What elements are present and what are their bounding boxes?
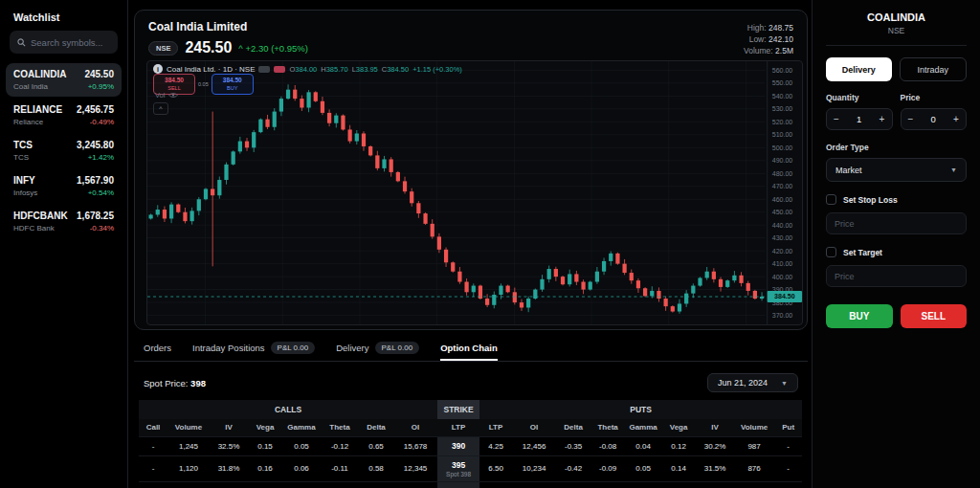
watchlist-item[interactable]: RELIANCE Reliance 2,456.75 -0.49%: [6, 99, 122, 132]
spot-note: Spot 398: [437, 471, 479, 477]
watchlist-item[interactable]: HDFCBANK HDFC Bank 1,678.25 -0.34%: [6, 205, 122, 238]
price-label: Price: [901, 93, 968, 102]
watchlist-change: -0.49%: [77, 118, 114, 126]
svg-text:410.00: 410.00: [772, 260, 793, 267]
order-type-select[interactable]: Market ▼: [826, 158, 967, 182]
option-chain-cell: -: [139, 455, 167, 481]
svg-text:460.00: 460.00: [772, 196, 793, 203]
option-chain-row[interactable]: -1,12031.8%0.160.06-0.110.5812,345395Spo…: [139, 455, 802, 481]
option-chain-cell: -: [774, 436, 802, 455]
option-chain-cell: -0.10: [590, 481, 625, 488]
option-chain-column-header: Volume: [167, 419, 210, 436]
quantity-value[interactable]: 1: [846, 114, 873, 124]
chevron-down-icon: ▼: [781, 380, 788, 387]
expiry-dropdown[interactable]: Jun 21, 2024 ▼: [707, 373, 798, 392]
bottom-tab[interactable]: Intraday Positions P&L 0.00: [192, 337, 315, 361]
search-icon: [17, 38, 26, 47]
chevron-down-icon: ▼: [950, 166, 957, 173]
order-symbol: COALINDIA: [826, 11, 967, 23]
option-chain-cell: -: [774, 455, 802, 481]
price-value[interactable]: 0: [921, 114, 947, 124]
svg-text:450.00: 450.00: [772, 209, 793, 215]
quantity-decrement-button[interactable]: −: [827, 114, 846, 124]
option-chain-column-header: LTP: [479, 419, 512, 436]
quantity-stepper: − 1 +: [826, 108, 893, 130]
strike-cell: 395Spot 398: [437, 455, 479, 481]
watchlist-change: +0.54%: [77, 189, 114, 197]
option-chain-cell: 0.05: [282, 436, 321, 455]
watchlist-item[interactable]: INFY Infosys 1,567.90 +0.54%: [6, 169, 122, 203]
watchlist-item[interactable]: TCS TCS 3,245.80 +1.42%: [6, 134, 122, 167]
search-box[interactable]: [10, 31, 118, 54]
bottom-tab[interactable]: Delivery P&L 0.00: [336, 337, 419, 361]
option-chain-cell: -0.52: [556, 481, 590, 488]
price-increment-button[interactable]: +: [947, 114, 966, 124]
svg-text:560.00: 560.00: [772, 67, 793, 74]
chevron-up-icon: ^: [159, 105, 162, 112]
buy-quote-button[interactable]: 384.50 BUY: [212, 74, 254, 95]
option-chain-column-header: Gamma: [282, 419, 321, 436]
low-value: 242.10: [768, 34, 793, 44]
strike-cell: 390: [437, 436, 479, 455]
volume-toggle[interactable]: Vol: [155, 91, 178, 100]
watchlist-change: +1.42%: [77, 153, 114, 162]
svg-text:490.00: 490.00: [772, 157, 793, 164]
price-change: ^ +2.30 (+0.95%): [238, 43, 308, 54]
tab-label: Intraday Positions: [192, 343, 265, 353]
watchlist-price: 2,456.75: [77, 104, 114, 115]
option-chain-cell: 0.16: [248, 455, 282, 481]
stop-loss-price-input[interactable]: [826, 212, 967, 234]
last-traded-price: 245.50: [185, 39, 232, 56]
tab-intraday[interactable]: Intraday: [900, 57, 968, 81]
option-chain-cell: 0.04: [625, 436, 661, 455]
quantity-increment-button[interactable]: +: [873, 114, 892, 124]
svg-text:470.00: 470.00: [772, 183, 793, 189]
target-price-input[interactable]: [826, 265, 967, 287]
stop-loss-checkbox[interactable]: [826, 194, 836, 205]
option-chain-table: CALLS STRIKE PUTS CallVolumeIVVegaGammaT…: [139, 400, 802, 488]
svg-text:510.00: 510.00: [772, 131, 793, 138]
calls-group-header: CALLS: [139, 400, 437, 419]
option-chain-cell: 30.2%: [696, 436, 734, 455]
collapse-button[interactable]: ^: [153, 102, 168, 115]
tab-label: Orders: [144, 343, 171, 353]
option-chain-cell: 987: [167, 481, 210, 488]
watchlist-change: +0.95%: [84, 82, 114, 91]
option-chain-cell: 6.50: [479, 455, 512, 481]
info-icon: i: [153, 64, 163, 74]
bottom-tab[interactable]: Orders: [144, 337, 171, 361]
pnl-badge: P&L 0.00: [271, 342, 316, 354]
tab-label: Option Chain: [440, 343, 498, 353]
price-decrement-button[interactable]: −: [902, 114, 921, 124]
option-chain-cell: -0.42: [556, 455, 590, 481]
sell-button[interactable]: SELL: [901, 304, 968, 328]
target-checkbox[interactable]: [826, 247, 836, 257]
svg-text:550.00: 550.00: [772, 79, 793, 86]
bottom-tab[interactable]: Option Chain: [440, 337, 498, 361]
option-chain-cell: 0.17: [248, 481, 282, 488]
option-chain-column-header: IV: [696, 419, 734, 436]
watchlist-company: HDFC Bank: [13, 224, 68, 233]
candle-style-icon[interactable]: [258, 66, 270, 73]
option-chain-cell: 876: [734, 455, 774, 481]
tab-delivery[interactable]: Delivery: [826, 57, 892, 81]
watchlist-item[interactable]: COALINDIA Coal India 245.50 +0.95%: [6, 63, 122, 97]
divider: [826, 45, 967, 46]
watchlist-company: Coal India: [13, 82, 67, 91]
search-input[interactable]: [31, 37, 107, 48]
option-chain-cell: -0.12: [321, 436, 359, 455]
order-type-label: Order Type: [826, 143, 967, 152]
svg-text:530.00: 530.00: [772, 105, 793, 112]
indicator-icon[interactable]: [274, 66, 285, 73]
option-chain-cell: 0.06: [625, 481, 661, 488]
option-chain-column-header: Delta: [359, 419, 393, 436]
price-chart[interactable]: 560.00550.00540.00530.00520.00510.00500.…: [146, 60, 803, 325]
watchlist-price: 245.50: [84, 69, 114, 79]
strike-cell: 400: [437, 481, 479, 488]
option-chain-row[interactable]: -1,24532.5%0.150.05-0.120.6515,6783904.2…: [139, 436, 802, 455]
buy-button[interactable]: BUY: [826, 304, 893, 328]
bottom-tabs: Orders Intraday Positions P&L 0.00 Deliv…: [134, 337, 808, 362]
option-chain-cell: 10,234: [393, 481, 437, 488]
option-chain-row[interactable]: -98730.5%0.170.07-0.100.4810,2344008.758…: [139, 481, 802, 488]
option-chain-cell: -0.11: [321, 455, 359, 481]
